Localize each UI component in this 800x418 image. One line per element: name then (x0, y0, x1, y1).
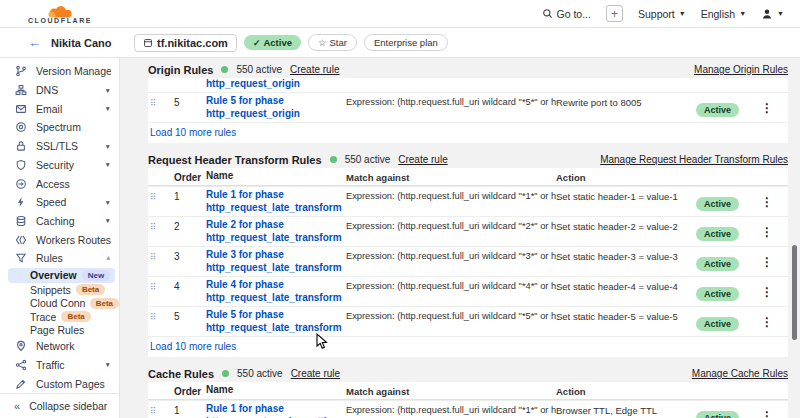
sidebar-item-label: Snippets (30, 284, 71, 296)
sidebar-item-snippets[interactable]: Snippets Beta (0, 283, 119, 296)
drag-handle-icon[interactable]: ⠿ (150, 279, 174, 292)
column-match: Match against (346, 384, 556, 397)
support-menu[interactable]: Support ▼ (638, 8, 686, 20)
access-icon (14, 177, 27, 190)
kebab-menu-icon[interactable]: ⋮ (756, 285, 778, 299)
rule-action: Rewrite port to 8005 (556, 95, 696, 108)
goto-search[interactable]: Go to... (542, 8, 591, 20)
sidebar-item-label: Custom Pages (36, 378, 105, 390)
traffic-icon (14, 358, 27, 371)
sidebar-item-caching[interactable]: Caching ▼ (0, 212, 119, 231)
sidebar-item-ssl-tls[interactable]: SSL/TLS ▼ (0, 137, 119, 156)
drag-handle-icon[interactable]: ⠿ (150, 219, 174, 232)
sidebar: Version Management DNS ▼ Email ▼ Spectru… (0, 58, 120, 418)
rule-action: Set static header-4 = value-4 (556, 279, 696, 292)
star-button[interactable]: ☆ Star (308, 34, 357, 51)
rule-name-link[interactable]: Rule 5 for phasehttp_request_late_transf… (206, 309, 346, 334)
rule-name-link[interactable]: Rule 4 for phasehttp_request_late_transf… (206, 279, 346, 304)
rhtr-table: Order Name Match against Action ⠿ 1 Rule… (148, 168, 788, 357)
drag-handle-icon[interactable]: ⠿ (150, 249, 174, 262)
sidebar-item-page-rules[interactable]: Page Rules (0, 323, 119, 336)
rule-name-link[interactable]: Rule 1 for phasehttp_request_late_transf… (206, 189, 346, 214)
sidebar-item-speed[interactable]: Speed ▼ (0, 193, 119, 212)
dns-icon (14, 84, 27, 97)
add-button[interactable]: + (606, 5, 623, 22)
rule-name-link[interactable]: Rule 2 for phasehttp_request_late_transf… (206, 219, 346, 244)
active-dot-icon (222, 370, 229, 377)
sidebar-item-trace[interactable]: Trace Beta (0, 310, 119, 323)
kebab-menu-icon[interactable]: ⋮ (756, 225, 778, 239)
sidebar-item-workers-routes[interactable]: Workers Routes (0, 230, 119, 249)
table-row-partial: http_request_origin (148, 78, 788, 92)
lightning-icon (14, 196, 27, 209)
kebab-menu-icon[interactable]: ⋮ (756, 409, 778, 418)
drag-handle-icon[interactable]: ⠿ (150, 189, 174, 202)
language-label: English (701, 8, 735, 20)
status-badge: Active (696, 103, 739, 117)
create-rule-link[interactable]: Create rule (290, 64, 339, 75)
rule-order: 5 (174, 309, 206, 322)
caret-down-icon: ▼ (777, 10, 784, 17)
create-rule-link[interactable]: Create rule (398, 154, 447, 165)
sidebar-item-overview[interactable]: Overview New (8, 268, 115, 283)
sidebar-item-network[interactable]: Network (0, 337, 119, 356)
sidebar-item-label: Trace (30, 311, 56, 323)
cache-rules-header: Cache Rules 550 active Create rule Manag… (148, 365, 788, 382)
sidebar-item-dns[interactable]: DNS ▼ (0, 81, 119, 100)
rule-match: Expression: (http.request.full_uri wildc… (346, 189, 556, 201)
table-row: ⠿ 5 Rule 5 for phasehttp_request_late_tr… (148, 306, 788, 336)
sidebar-item-email[interactable]: Email ▼ (0, 99, 119, 118)
rhtr-header: Request Header Transform Rules 550 activ… (148, 151, 788, 168)
kebab-menu-icon[interactable]: ⋮ (756, 255, 778, 269)
sidebar-item-rules[interactable]: Rules ▼ (0, 249, 119, 268)
new-badge: New (82, 270, 110, 281)
load-more-link[interactable]: Load 10 more rules (148, 122, 788, 143)
user-menu[interactable]: ▼ (761, 8, 784, 20)
table-header-row: Order Name Match against Action (148, 168, 788, 186)
rule-match: Expression: (http.request.full_uri wildc… (346, 249, 556, 261)
sidebar-item-version-management[interactable]: Version Management (0, 62, 119, 81)
create-rule-link[interactable]: Create rule (291, 368, 340, 379)
drag-handle-icon[interactable]: ⠿ (150, 95, 174, 108)
rule-name-link[interactable]: Rule 1 for phasehttp_request_cache_setti… (206, 403, 346, 418)
drag-handle-icon[interactable]: ⠿ (150, 309, 174, 322)
database-icon (14, 214, 27, 227)
manage-origin-rules-link[interactable]: Manage Origin Rules (694, 64, 788, 75)
sidebar-item-cloud-connector[interactable]: Cloud Connector Beta (0, 297, 119, 310)
column-action: Action (556, 170, 696, 183)
scrollbar-thumb[interactable] (792, 245, 797, 340)
pin-icon (14, 340, 27, 353)
table-row: ⠿ 3 Rule 3 for phasehttp_request_late_tr… (148, 246, 788, 276)
sidebar-item-label: Access (36, 178, 70, 190)
sidebar-item-security[interactable]: Security ▼ (0, 156, 119, 175)
rule-name-link[interactable]: http_request_origin (206, 78, 346, 91)
domain-selector[interactable]: tf.nikitac.com (134, 34, 237, 52)
rule-name-link[interactable]: Rule 3 for phasehttp_request_late_transf… (206, 249, 346, 274)
caret-down-icon: ▼ (105, 217, 111, 224)
goto-label: Go to... (557, 8, 591, 20)
manage-cache-rules-link[interactable]: Manage Cache Rules (692, 368, 788, 379)
site-icon (143, 38, 153, 48)
spectrum-icon (14, 121, 27, 134)
rule-name-link[interactable]: Rule 5 for phasehttp_request_origin (206, 95, 346, 120)
column-name: Name (206, 384, 346, 397)
load-more-link[interactable]: Load 10 more rules (148, 336, 788, 357)
plan-badge: Enterprise plan (364, 34, 448, 51)
sidebar-item-custom-pages[interactable]: Custom Pages (0, 374, 119, 393)
top-header: CLOUDFLARE Go to... + Support ▼ English … (0, 0, 800, 28)
caret-down-icon: ▼ (105, 161, 111, 168)
sidebar-item-access[interactable]: Access (0, 174, 119, 193)
collapse-sidebar-button[interactable]: « Collapse sidebar (0, 393, 119, 418)
section-title: Cache Rules (148, 368, 214, 380)
kebab-menu-icon[interactable]: ⋮ (756, 101, 778, 115)
kebab-menu-icon[interactable]: ⋮ (756, 195, 778, 209)
account-bar: ← Nikita Cano tf.nikitac.com ✓ Active ☆ … (0, 28, 800, 58)
kebab-menu-icon[interactable]: ⋮ (756, 315, 778, 329)
back-arrow-icon[interactable]: ← (28, 35, 41, 50)
column-order: Order (174, 170, 206, 183)
sidebar-item-traffic[interactable]: Traffic ▼ (0, 356, 119, 375)
language-menu[interactable]: English ▼ (701, 8, 746, 20)
drag-handle-icon[interactable]: ⠿ (150, 403, 174, 416)
sidebar-item-spectrum[interactable]: Spectrum (0, 118, 119, 137)
manage-rhtr-link[interactable]: Manage Request Header Transform Rules (600, 154, 788, 165)
